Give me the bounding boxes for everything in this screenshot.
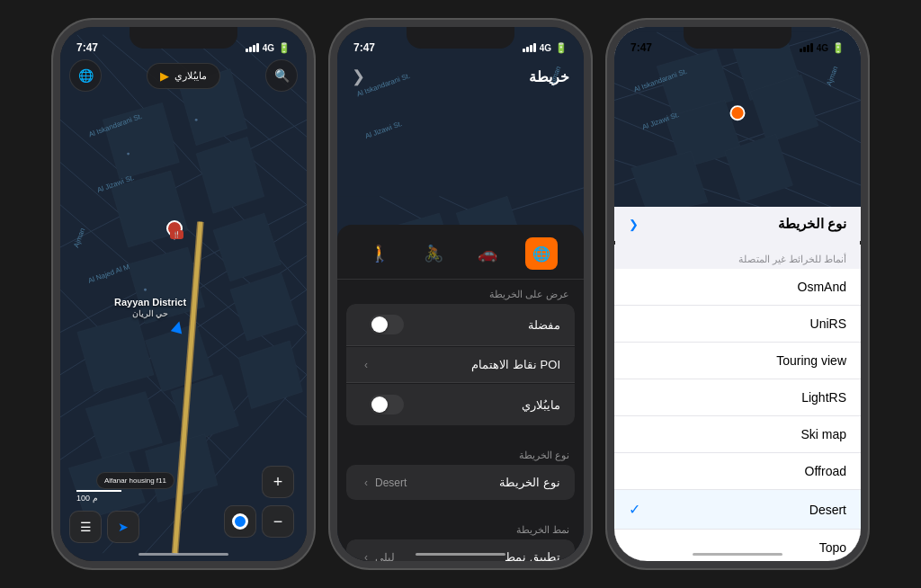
map-type-panel: أنماط للخرائط غير المتصلة OsmAnd UniRS T… (614, 245, 861, 561)
phone2-header: ❯ خريطة (337, 59, 584, 94)
osmand-label: OsmAnd (798, 280, 846, 294)
style-value: ليلي (375, 551, 395, 564)
offline-map-types: OsmAnd UniRS Touring view LightRS Ski ma… (614, 269, 861, 561)
status-icons-3: 4G 🔋 (800, 42, 845, 54)
transport-row: 🚶 🚴 🚗 🌐 (337, 225, 584, 280)
navigate-button[interactable]: ➤ (107, 511, 139, 543)
scale-bar: 100 م (76, 490, 121, 503)
walk-icon[interactable]: 🚶 (363, 237, 396, 270)
map-display-section-header: عرض على الخريطة (337, 280, 584, 304)
map-type-unirs[interactable]: UniRS (614, 306, 861, 343)
signal-icon-1 (246, 43, 259, 52)
mabilari-row[interactable]: مايبُلاري (346, 384, 575, 425)
favorites-row[interactable]: مفضلة (346, 304, 575, 346)
network-label-1: 4G (263, 43, 274, 53)
status-bar-1: 7:47 4G 🔋 (60, 27, 307, 61)
svg-point-66 (730, 106, 744, 120)
ski-label: Ski map (800, 427, 846, 441)
time-3: 7:47 (630, 41, 652, 54)
map-type-value: Desert (375, 477, 407, 489)
back-button-3[interactable]: ❯ (629, 218, 639, 231)
unirs-label: UniRS (810, 316, 846, 331)
status-icons-2: 4G 🔋 (523, 42, 568, 54)
favorites-toggle[interactable] (370, 315, 404, 334)
topo-label: Topo (819, 540, 846, 555)
home-indicator-1 (139, 553, 228, 556)
desert-label: Desert (809, 503, 846, 517)
style-chevron: ‹ (364, 551, 368, 564)
lightrs-label: LightRS (801, 390, 846, 405)
desert-check: ✓ (629, 501, 647, 518)
map-type-osmand[interactable]: OsmAnd (614, 269, 861, 306)
time-1: 7:47 (76, 41, 98, 54)
location-dot (232, 513, 248, 530)
poi-row[interactable]: ‹ نقاط الاهتمام POI (346, 347, 575, 383)
signal-icon-3 (800, 43, 813, 52)
dest-arrow-icon: ▶ (160, 69, 169, 83)
destination-label: مايبُلاري (174, 70, 207, 82)
status-bar-2: 7:47 4G 🔋 (337, 27, 584, 61)
network-label-2: 4G (540, 43, 551, 53)
offroad-label: Offroad (805, 464, 846, 478)
phone2-title: خريطة (529, 68, 569, 85)
map-type-label: نوع الخريطة (407, 476, 560, 489)
phone-2: 7:47 4G 🔋 (330, 20, 591, 568)
svg-point-35 (144, 289, 147, 291)
map-header-1: 🌐 ▶ مايبُلاري 🔍 (69, 59, 298, 92)
map-type-lightrs[interactable]: LightRS (614, 379, 861, 416)
status-bar-3: 7:47 4G 🔋 (614, 27, 861, 61)
map-type-topo[interactable]: Topo (614, 530, 861, 561)
zoom-out-button[interactable]: − (262, 505, 294, 538)
home-indicator-3 (693, 553, 782, 556)
phone-3: 7:47 4G 🔋 (607, 20, 868, 568)
destination-chip[interactable]: ▶ مايبُلاري (147, 63, 220, 89)
battery-icon-3: 🔋 (832, 42, 845, 54)
home-indicator-2 (416, 553, 505, 556)
time-2: 7:47 (353, 41, 375, 54)
map-type-touring[interactable]: Touring view (614, 343, 861, 379)
touring-label: Touring view (776, 353, 846, 368)
map-style-section-header: نمط الخريطة (337, 515, 584, 539)
globe-map-icon[interactable]: 🌐 (525, 237, 558, 270)
location-button[interactable] (224, 505, 256, 538)
map-type-group: ‹ Desert نوع الخريطة (346, 465, 575, 501)
battery-icon-1: 🔋 (278, 42, 291, 54)
status-icons-1: 4G 🔋 (246, 42, 291, 54)
poi-label: نقاط الاهتمام POI (368, 358, 560, 371)
search-button[interactable]: 🔍 (265, 59, 298, 92)
car-icon[interactable]: 🚗 (471, 237, 504, 270)
map-type-desert[interactable]: ✓ Desert (614, 490, 861, 530)
scale-label: 100 م (76, 494, 98, 503)
offline-section-header: أنماط للخرائط غير المتصلة (614, 245, 861, 269)
bike-icon[interactable]: 🚴 (417, 237, 450, 270)
alfanar-chip: Alfanar housing f11 (96, 472, 174, 489)
network-label-3: 4G (817, 43, 828, 53)
settings-panel: 🚶 🚴 🚗 🌐 عرض على الخريطة مفضلة ‹ نقاط الا… (337, 225, 584, 561)
globe-button[interactable]: 🌐 (69, 59, 102, 92)
signal-icon-2 (523, 43, 536, 52)
svg-point-34 (195, 119, 198, 121)
map-type-offroad[interactable]: Offroad (614, 453, 861, 490)
battery-icon-2: 🔋 (555, 42, 568, 54)
page3-header: ❯ نوع الخريطة (614, 207, 861, 241)
zoom-in-button[interactable]: + (262, 466, 294, 498)
bottom-toolbar: ☰ ➤ (69, 511, 139, 543)
scale-line (76, 490, 121, 492)
svg-point-33 (127, 153, 130, 156)
poi-label-1: 🍴 (170, 230, 183, 239)
map-type-chevron: ‹ (364, 477, 368, 489)
menu-button[interactable]: ☰ (69, 511, 102, 543)
map-display-group: مفضلة ‹ نقاط الاهتمام POI مايبُلاري (346, 304, 575, 426)
mabilari-toggle[interactable] (370, 395, 404, 414)
map-type-row[interactable]: ‹ Desert نوع الخريطة (346, 465, 575, 500)
map-type-section-header: نوع الخريطة (337, 441, 584, 465)
page3-title: نوع الخريطة (778, 216, 846, 232)
mabilari-label: مايبُلاري (404, 398, 560, 412)
favorites-label: مفضلة (404, 318, 560, 332)
back-chevron-2[interactable]: ❯ (352, 67, 365, 86)
phone-1: 7:47 4G 🔋 (53, 20, 314, 568)
map-type-ski[interactable]: Ski map (614, 416, 861, 453)
